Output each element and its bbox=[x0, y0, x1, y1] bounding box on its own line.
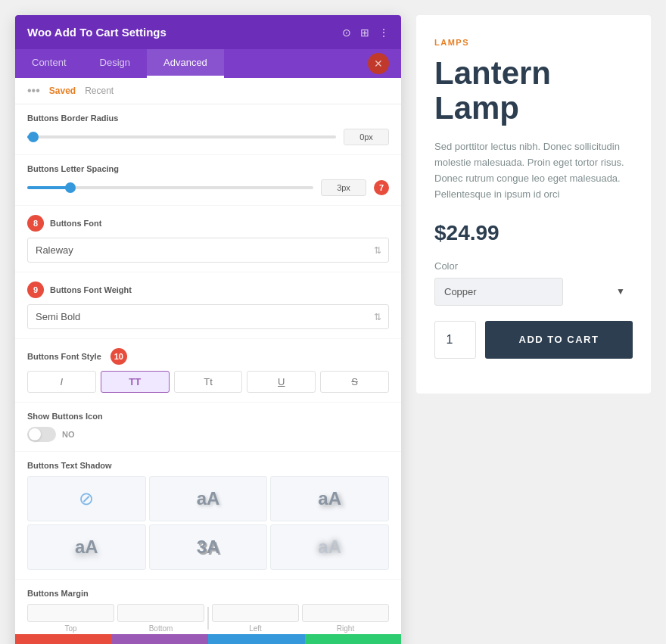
product-category: LAMPS bbox=[434, 38, 633, 47]
margin-top-input[interactable] bbox=[27, 604, 114, 622]
tab-design[interactable]: Design bbox=[83, 49, 147, 78]
product-title: Lantern Lamp bbox=[434, 56, 633, 126]
product-description: Sed porttitor lectus nibh. Donec sollici… bbox=[434, 139, 633, 202]
tab-content[interactable]: Content bbox=[15, 49, 83, 78]
letter-spacing-group: Buttons Letter Spacing 3px 7 bbox=[15, 155, 401, 206]
tabs-bar: Content Design Advanced ✕ bbox=[15, 49, 401, 78]
margin-top-field: Top bbox=[27, 604, 114, 633]
product-color-label: Color bbox=[434, 260, 633, 272]
font-style-label-row: Buttons Font Style 10 bbox=[27, 348, 389, 365]
font-style-underline[interactable]: U bbox=[247, 371, 316, 393]
saved-link[interactable]: Saved bbox=[49, 86, 76, 96]
shadow-style-2[interactable]: aA bbox=[270, 476, 389, 521]
header-icons: ⊙ ⊞ ⋮ bbox=[342, 26, 389, 39]
font-label: Buttons Font bbox=[50, 219, 101, 228]
font-style-capitalize[interactable]: Tt bbox=[174, 371, 243, 393]
letter-spacing-label: Buttons Letter Spacing bbox=[27, 164, 389, 173]
text-shadow-label: Buttons Text Shadow bbox=[27, 461, 389, 470]
product-preview: LAMPS Lantern Lamp Sed porttitor lectus … bbox=[416, 15, 651, 394]
shadow-style-5[interactable]: aA bbox=[270, 524, 389, 570]
color-select-wrapper: Copper ▼ bbox=[434, 278, 633, 306]
shadow-text-4: 3A bbox=[197, 537, 220, 558]
cancel-button[interactable]: ✕ bbox=[15, 634, 112, 644]
shadow-text-3: aA bbox=[75, 537, 98, 558]
cart-row: ADD TO CART bbox=[434, 321, 633, 359]
layout-icon[interactable]: ⊞ bbox=[360, 26, 369, 39]
color-select[interactable]: Copper bbox=[434, 278, 563, 306]
font-group: 8 Buttons Font Raleway bbox=[15, 206, 401, 272]
letter-spacing-thumb[interactable] bbox=[65, 182, 76, 193]
panel-header: Woo Add To Cart Settings ⊙ ⊞ ⋮ bbox=[15, 15, 401, 49]
margin-bottom-label: Bottom bbox=[149, 624, 173, 633]
margin-top-label: Top bbox=[64, 624, 76, 633]
font-select[interactable]: Raleway bbox=[27, 238, 389, 263]
shadow-style-1[interactable]: aA bbox=[149, 476, 268, 521]
margin-left-input[interactable] bbox=[212, 604, 299, 622]
product-title-line1: Lantern bbox=[434, 56, 633, 91]
undo-button[interactable]: ↺ bbox=[112, 634, 209, 644]
tab-advanced[interactable]: Advanced bbox=[147, 49, 224, 78]
more-icon[interactable]: ⋮ bbox=[378, 26, 389, 39]
margin-bottom-field: Bottom bbox=[117, 604, 204, 633]
margin-bottom-input[interactable] bbox=[117, 604, 204, 622]
close-button[interactable]: ✕ bbox=[368, 53, 389, 74]
font-style-group: Buttons Font Style 10 I TT Tt U S bbox=[15, 339, 401, 403]
border-radius-group: Buttons Border Radius 0px bbox=[15, 104, 401, 155]
font-weight-badge: 9 bbox=[27, 282, 44, 298]
redo-button[interactable]: ↻ bbox=[208, 634, 305, 644]
add-to-cart-button[interactable]: ADD TO CART bbox=[485, 321, 633, 359]
letter-spacing-badge: 7 bbox=[374, 180, 389, 195]
letter-spacing-fill bbox=[27, 186, 70, 189]
toggle-row: NO bbox=[27, 427, 389, 442]
font-label-row: 8 Buttons Font bbox=[27, 215, 389, 232]
toggle-label: NO bbox=[62, 430, 75, 439]
quantity-input[interactable] bbox=[434, 321, 476, 359]
recent-link[interactable]: Recent bbox=[85, 86, 114, 96]
shadow-text-1: aA bbox=[197, 488, 220, 509]
product-price: $24.99 bbox=[434, 221, 633, 245]
shadow-style-4[interactable]: 3A bbox=[149, 524, 268, 570]
product-color-section: Color Copper ▼ bbox=[434, 260, 633, 306]
border-radius-value[interactable]: 0px bbox=[344, 129, 389, 145]
no-shadow-icon: ⊘ bbox=[79, 488, 94, 509]
font-weight-select[interactable]: Semi Bold bbox=[27, 304, 389, 329]
font-style-strikethrough[interactable]: S bbox=[320, 371, 389, 393]
color-select-arrow: ▼ bbox=[616, 286, 625, 297]
dots-icon[interactable]: ••• bbox=[27, 84, 40, 98]
font-select-wrapper: Raleway bbox=[27, 238, 389, 263]
show-icon-toggle[interactable] bbox=[27, 427, 56, 442]
margin-group: Buttons Margin Top Bottom Left Right bbox=[15, 580, 401, 634]
font-style-buttons: I TT Tt U S bbox=[27, 371, 389, 393]
font-style-italic[interactable]: I bbox=[27, 371, 96, 393]
margin-right-field: Right bbox=[302, 604, 389, 633]
font-style-uppercase[interactable]: TT bbox=[101, 371, 170, 393]
shadow-text-5: aA bbox=[318, 537, 341, 558]
panel-toolbar: ✕ ↺ ↻ ✓ bbox=[15, 634, 401, 644]
panel-content: Buttons Border Radius 0px Buttons Letter… bbox=[15, 104, 401, 634]
font-style-buttons-row: I TT Tt U S bbox=[27, 371, 389, 393]
font-weight-label: Buttons Font Weight bbox=[50, 285, 132, 294]
shadow-none[interactable]: ⊘ bbox=[27, 476, 146, 521]
letter-spacing-track[interactable] bbox=[27, 186, 313, 189]
border-radius-thumb[interactable] bbox=[28, 132, 39, 142]
letter-spacing-value[interactable]: 3px bbox=[321, 179, 366, 196]
toggle-knob bbox=[29, 428, 41, 440]
product-title-line2: Lamp bbox=[434, 91, 633, 126]
font-weight-label-row: 9 Buttons Font Weight bbox=[27, 282, 389, 298]
margin-label: Buttons Margin bbox=[27, 589, 389, 598]
font-badge: 8 bbox=[27, 215, 44, 232]
border-radius-track[interactable] bbox=[27, 135, 336, 138]
panel-title: Woo Add To Cart Settings bbox=[27, 26, 166, 39]
font-weight-group: 9 Buttons Font Weight Semi Bold bbox=[15, 272, 401, 339]
shadow-style-3[interactable]: aA bbox=[27, 524, 146, 570]
show-icon-label: Show Buttons Icon bbox=[27, 412, 389, 421]
margin-row: Top Bottom Left Right bbox=[27, 604, 389, 633]
margin-left-field: Left bbox=[212, 604, 299, 633]
save-button[interactable]: ✓ bbox=[305, 634, 402, 644]
font-weight-select-wrapper: Semi Bold bbox=[27, 304, 389, 329]
border-radius-label: Buttons Border Radius bbox=[27, 114, 389, 123]
margin-right-input[interactable] bbox=[302, 604, 389, 622]
shadow-text-2: aA bbox=[318, 488, 341, 509]
settings-icon[interactable]: ⊙ bbox=[342, 26, 351, 39]
letter-spacing-slider-row: 3px 7 bbox=[27, 179, 389, 196]
